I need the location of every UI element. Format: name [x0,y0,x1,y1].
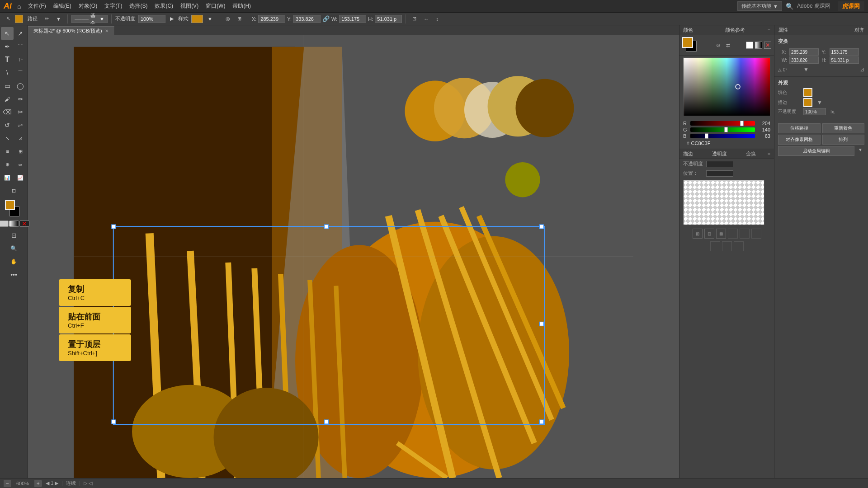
color-spectrum[interactable] [683,57,770,116]
color-mode-btn[interactable] [0,221,9,227]
color-panel-header[interactable]: 颜色 颜色参考 ≡ [679,25,774,35]
zoom-level[interactable]: 600% [13,481,33,486]
position-swatch[interactable] [706,170,733,177]
menu-edit[interactable]: 编辑(E) [50,1,75,11]
eraser-btn[interactable]: ⌫ [1,106,14,118]
type-tool-btn[interactable]: T [1,53,14,66]
menu-window[interactable]: 窗口(W) [202,1,229,11]
fill-swatch[interactable] [682,37,693,48]
zoom-in-btn[interactable]: + [34,480,42,487]
pen-tool-btn[interactable]: ✒ [1,40,14,53]
hex-value[interactable]: CC8C3F [691,141,711,146]
transform-tab[interactable]: 变换 [746,150,756,157]
selection-tool-btn[interactable]: ↖ [1,27,14,40]
opacity-input[interactable] [138,15,165,23]
gradient-icon[interactable] [755,42,762,49]
menu-object[interactable]: 对象(O) [75,1,101,11]
home-icon[interactable]: ⌂ [17,3,21,10]
btn-recolor[interactable]: 重新着色 [822,123,865,133]
rotate-btn[interactable]: ↺ [1,119,14,131]
artboard-btn[interactable]: ⊡ [8,184,20,197]
warp-btn[interactable]: ≋ [1,145,14,158]
transparency-tab[interactable]: 透明度 [712,150,727,157]
y-input[interactable] [293,15,321,23]
paint-brush-btn[interactable]: 🖌 [1,93,14,105]
g-thumb[interactable] [724,127,728,132]
btn-align-pixel[interactable]: 对齐像素网格 [778,135,821,145]
more-tools-btn[interactable]: ••• [8,268,20,281]
pattern-icon[interactable]: ✕ [764,42,771,49]
scissors-btn[interactable]: ✂ [14,106,27,118]
column-chart-btn[interactable]: 📈 [14,171,27,184]
menu-view[interactable]: 视图(V) [177,1,202,11]
style-swatch[interactable] [191,15,203,23]
blend-icon-5[interactable] [740,229,750,239]
fill-color-swatch[interactable] [15,15,23,23]
opacity-arrow[interactable]: ▶ [167,15,176,23]
menu-help[interactable]: 帮助(H) [229,1,255,11]
r-slider[interactable] [690,121,755,126]
context-menu-copy[interactable]: 复制 Ctrl+C [59,279,131,306]
scale-btn[interactable]: ⤡ [1,132,14,145]
change-screen-btn[interactable]: ⊡ [8,229,20,242]
r-thumb[interactable] [740,121,744,126]
blend-icon-2[interactable]: ⊟ [704,229,714,239]
color-panel-menu[interactable]: ≡ [768,28,770,33]
reflect-btn[interactable]: ⇌ [14,119,27,131]
opacity-swatch[interactable] [706,161,733,167]
gradient-btn[interactable] [9,221,19,227]
w-input[interactable] [339,15,366,23]
link-icon[interactable]: 🔗 [322,15,330,22]
shear-btn[interactable]: ⊿ [14,132,27,145]
none-btn[interactable]: ✕ [19,221,29,227]
blend-icon-3[interactable]: ⊠ [716,229,726,239]
b-thumb[interactable] [705,133,708,139]
direct-select-btn[interactable]: ↗ [14,27,27,40]
document-tab[interactable]: 未标题-2* @ 600% (RGB/预览) ✕ [28,26,114,35]
tab-close-button[interactable]: ✕ [105,28,108,33]
pencil-btn[interactable]: ✏ [14,93,27,105]
transparency-menu[interactable]: ≡ [768,151,770,156]
chart-btn[interactable]: 📊 [1,171,14,184]
workspace-selector[interactable]: 传统基本功能 ▼ [737,1,782,11]
fill-color-btn[interactable] [803,88,812,97]
menu-file[interactable]: 文件(F) [24,1,49,11]
x-input[interactable] [258,15,285,23]
zoom-tool-btn[interactable]: 🔍 [8,242,20,255]
rect-tool-btn[interactable]: ▭ [1,80,14,92]
menu-effects[interactable]: 效果(C) [151,1,177,11]
zoom-out-btn[interactable]: − [4,480,11,487]
line-tool-btn[interactable]: \ [1,66,14,79]
blend-icon-6[interactable] [751,229,761,239]
b-slider[interactable] [690,134,755,138]
align-icon-3[interactable] [734,241,744,251]
color-area[interactable] [5,200,23,218]
w-transform-input[interactable] [789,56,819,64]
angle-dropdown[interactable]: ▼ [803,66,809,73]
stroke-options[interactable]: ▼ [817,99,822,106]
properties-header[interactable]: 属性 对齐 [774,25,868,35]
free-transform-btn[interactable]: ⊞ [14,145,27,158]
type-area-btn[interactable]: T⁺ [14,53,27,66]
fill-color-fg[interactable] [5,200,15,210]
stroke-color-btn[interactable] [803,98,812,107]
btn-global-edit[interactable]: 启动全局编辑 [778,146,854,156]
menu-select[interactable]: 选择(S) [126,1,151,11]
shape-builder-btn[interactable]: ⊕ [1,158,14,171]
blend-icon-1[interactable]: ⊞ [693,229,703,239]
btn-arrange[interactable]: 排列 [822,135,865,145]
opacity-prop-input[interactable] [803,108,826,115]
context-menu-paste-front[interactable]: 贴在前面 Ctrl+F [59,307,131,333]
curvature-btn[interactable]: ⌒ [14,40,27,53]
solid-color-icon[interactable] [746,42,753,49]
btn-offset-path[interactable]: 位移路径 [778,123,821,133]
align-icon-2[interactable] [722,241,732,251]
selection-tool[interactable]: ↖ [4,15,13,23]
shear-icon[interactable]: ⊿ [860,66,864,73]
hand-tool-btn[interactable]: ✋ [8,255,20,268]
canvas-area[interactable]: 复制 Ctrl+C 贴在前面 Ctrl+F 置于顶层 Shift+Ctrl+] [28,35,679,478]
ellipse-tool-btn[interactable]: ◯ [14,80,27,92]
stroke-tab[interactable]: 描边 [683,150,693,157]
blend-icon-4[interactable] [728,229,738,239]
color-reset-icon[interactable]: ⊘ [715,42,722,49]
